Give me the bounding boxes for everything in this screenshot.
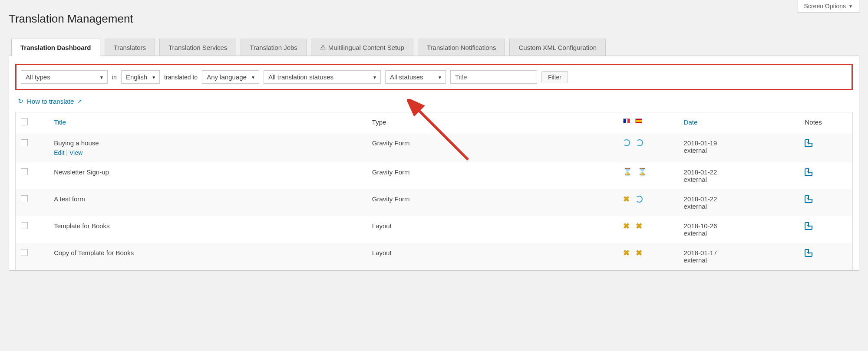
row-type: Gravity Form <box>367 133 618 163</box>
status-not-translated-icon[interactable]: ✖ <box>623 222 630 230</box>
refresh-icon: ↻ <box>18 97 23 105</box>
tab-label: Multilingual Content Setup <box>328 44 404 51</box>
panel: All types in English translated to Any l… <box>9 56 859 271</box>
filter-source-lang-value: English <box>126 73 147 81</box>
tab-translation-services[interactable]: Translation Services <box>159 39 236 56</box>
row-date: 2018-01-17 <box>684 249 795 256</box>
filter-target-lang-select[interactable]: Any language <box>202 70 259 84</box>
view-link[interactable]: View <box>69 149 83 156</box>
warning-icon: ⚠ <box>320 43 326 51</box>
row-checkbox[interactable] <box>21 195 28 202</box>
tab-translators[interactable]: Translators <box>105 39 155 56</box>
table-row: Newsletter Sign-upGravity Form⌛⌛2018-01-… <box>16 162 853 189</box>
row-type: Gravity Form <box>367 189 618 216</box>
tab-label: Custom XML Configuration <box>518 44 597 51</box>
filter-translation-status-select[interactable]: All translation statuses <box>264 70 381 84</box>
filter-in-label: in <box>112 74 117 81</box>
status-update-icon[interactable] <box>636 139 643 146</box>
filter-to-label: translated to <box>164 74 198 81</box>
status-update-icon[interactable] <box>623 139 630 146</box>
chevron-down-icon: ▼ <box>848 4 853 9</box>
add-note-icon[interactable] <box>805 139 812 147</box>
table-row: Template for BooksLayout✖✖2018-10-26exte… <box>16 216 853 243</box>
filter-bar: All types in English translated to Any l… <box>15 64 853 90</box>
row-date: 2018-10-26 <box>684 222 795 230</box>
column-title[interactable]: Title <box>49 112 367 133</box>
status-not-translated-icon[interactable]: ✖ <box>623 195 630 203</box>
tab-translation-dashboard[interactable]: Translation Dashboard <box>11 39 100 56</box>
row-origin: external <box>684 147 795 154</box>
row-title: A test form <box>54 195 362 203</box>
row-type: Layout <box>367 243 618 270</box>
select-all-checkbox[interactable] <box>21 118 28 125</box>
row-checkbox[interactable] <box>21 222 28 229</box>
row-title: Newsletter Sign-up <box>54 168 362 176</box>
row-actions: Edit|View <box>54 149 362 156</box>
screen-options-label: Screen Options <box>804 3 846 10</box>
how-to-translate-label: How to translate <box>27 98 74 105</box>
tab-translation-jobs[interactable]: Translation Jobs <box>241 39 307 56</box>
table-row: A test formGravity Form✖2018-01-22extern… <box>16 189 853 216</box>
status-in-progress-icon[interactable]: ⌛ <box>638 168 647 175</box>
row-checkbox[interactable] <box>21 249 28 256</box>
tab-label: Translation Services <box>168 44 227 51</box>
add-note-icon[interactable] <box>805 168 812 176</box>
add-note-icon[interactable] <box>805 222 812 230</box>
row-date: 2018-01-22 <box>684 195 795 203</box>
filter-status-value: All statuses <box>390 73 423 81</box>
filter-status-select[interactable]: All statuses <box>385 70 446 84</box>
status-update-icon[interactable] <box>636 196 643 203</box>
filter-button[interactable]: Filter <box>541 71 568 83</box>
edit-link[interactable]: Edit <box>54 149 64 156</box>
table-row: Copy of Template for BooksLayout✖✖2018-0… <box>16 243 853 270</box>
row-checkbox[interactable] <box>21 168 28 175</box>
how-to-translate-link[interactable]: ↻ How to translate ↗ <box>18 97 853 105</box>
tab-custom-xml-configuration[interactable]: Custom XML Configuration <box>509 39 606 56</box>
row-title: Template for Books <box>54 222 362 230</box>
row-date: 2018-01-19 <box>684 139 795 147</box>
external-link-icon: ↗ <box>77 98 82 105</box>
row-type: Gravity Form <box>367 162 618 189</box>
tab-label: Translation Notifications <box>427 44 496 51</box>
row-origin: external <box>684 256 795 264</box>
flag-es-icon <box>635 118 642 123</box>
row-title: Buying a house <box>54 139 362 147</box>
tab-bar: Translation DashboardTranslatorsTranslat… <box>9 39 859 56</box>
row-date: 2018-01-22 <box>684 168 795 176</box>
row-origin: external <box>684 203 795 210</box>
column-languages <box>618 112 678 133</box>
flag-fr-icon <box>623 118 630 123</box>
filter-source-lang-select[interactable]: English <box>121 70 160 84</box>
add-note-icon[interactable] <box>805 195 812 203</box>
row-type: Layout <box>367 216 618 243</box>
tab-label: Translation Dashboard <box>20 44 91 51</box>
status-not-translated-icon[interactable]: ✖ <box>623 249 630 257</box>
row-checkbox[interactable] <box>21 139 28 146</box>
table-row: Buying a houseEdit|ViewGravity Form2018-… <box>16 133 853 163</box>
tab-multilingual-content-setup[interactable]: ⚠Multilingual Content Setup <box>311 39 413 56</box>
filter-target-lang-value: Any language <box>207 73 247 81</box>
status-not-translated-icon[interactable]: ✖ <box>636 222 642 230</box>
column-type: Type <box>367 112 618 133</box>
filter-type-value: All types <box>26 73 50 81</box>
tab-label: Translation Jobs <box>250 44 297 51</box>
items-table: Title Type Date Notes Buying a houseEdit… <box>15 112 853 270</box>
filter-translation-status-value: All translation statuses <box>268 73 333 81</box>
add-note-icon[interactable] <box>805 249 812 257</box>
column-notes: Notes <box>799 112 852 133</box>
tab-translation-notifications[interactable]: Translation Notifications <box>418 39 505 56</box>
row-title: Copy of Template for Books <box>54 249 362 256</box>
status-not-translated-icon[interactable]: ✖ <box>636 249 642 257</box>
column-date[interactable]: Date <box>679 112 800 133</box>
filter-title-input[interactable] <box>450 70 537 84</box>
status-in-progress-icon[interactable]: ⌛ <box>623 168 632 175</box>
row-origin: external <box>684 176 795 183</box>
screen-options-toggle[interactable]: Screen Options ▼ <box>798 0 859 13</box>
row-origin: external <box>684 230 795 237</box>
tab-label: Translators <box>114 44 146 51</box>
page-title: Translation Management <box>9 12 859 26</box>
filter-type-select[interactable]: All types <box>21 70 108 84</box>
